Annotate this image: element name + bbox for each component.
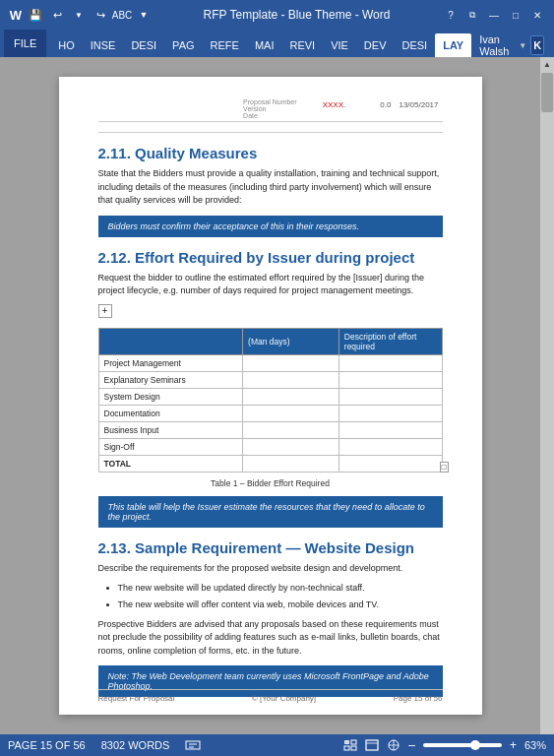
- ribbon-tab-bar: FILE HO INSE DESI PAG REFE MAI REVI VIE …: [0, 30, 554, 57]
- tab-vie[interactable]: VIE: [323, 33, 356, 57]
- maximize-button[interactable]: □: [507, 7, 524, 23]
- row-business-input-desc[interactable]: [339, 421, 442, 438]
- section-213-heading: 2.13. Sample Requirement — Website Desig…: [98, 539, 443, 556]
- minimize-button[interactable]: —: [485, 7, 503, 23]
- col-task: [98, 328, 243, 354]
- bullet-list: The new website will be updated directly…: [118, 581, 443, 612]
- tab-revi[interactable]: REVI: [281, 33, 323, 57]
- page-info-text: PAGE 15 OF 56: [8, 739, 86, 751]
- section-213-body1: Describe the requirements for the propos…: [98, 562, 443, 576]
- title-bar-left: W 💾 ↩ ▼ ↪ ABC ▼: [8, 7, 152, 23]
- svg-rect-3: [344, 740, 349, 744]
- redo-icon[interactable]: ↪: [92, 7, 108, 23]
- row-documentation-days[interactable]: [243, 405, 339, 421]
- row-explanatory: Explanatory Seminars: [98, 371, 243, 388]
- tab-desi2[interactable]: DESI: [394, 33, 435, 57]
- user-avatar: K: [530, 35, 544, 55]
- more-icon[interactable]: ▼: [136, 7, 152, 23]
- row-system-design-days[interactable]: [243, 388, 339, 405]
- app-title: RFP Template - Blue Theme - Word: [204, 8, 391, 22]
- table-row-total: TOTAL: [98, 455, 442, 472]
- version-value: 0.0: [353, 100, 391, 109]
- svg-rect-4: [351, 740, 356, 744]
- table-row: Sign-Off: [98, 438, 442, 455]
- scroll-up-button[interactable]: ▲: [540, 57, 554, 71]
- date-value: 13/05/2017: [399, 100, 438, 109]
- table-expand-button[interactable]: +: [98, 304, 112, 318]
- table-resize-handle[interactable]: □: [440, 462, 449, 472]
- quick-access-toolbar: 💾 ↩ ▼ ↪ ABC ▼: [28, 7, 152, 23]
- page-info: PAGE 15 OF 56: [8, 739, 86, 751]
- tab-mai[interactable]: MAI: [247, 33, 282, 57]
- row-project-mgmt-desc[interactable]: [339, 354, 442, 371]
- row-signoff-desc[interactable]: [339, 438, 442, 455]
- proposal-label: Proposal Number: [243, 98, 298, 105]
- section-212-body: Request the bidder to outline the estima…: [98, 272, 443, 298]
- user-name: Ivan Walsh: [479, 33, 515, 57]
- row-signoff-days[interactable]: [243, 438, 339, 455]
- changes-svg: [185, 738, 201, 752]
- effort-table: (Man days) Description of effort require…: [98, 328, 443, 472]
- title-bar: W 💾 ↩ ▼ ↪ ABC ▼ RFP Template - Blue Them…: [0, 0, 554, 30]
- zoom-plus-button[interactable]: +: [510, 738, 517, 752]
- zoom-thumb[interactable]: [470, 740, 480, 750]
- list-item: The new website will be updated directly…: [118, 581, 443, 595]
- scroll-thumb[interactable]: [541, 73, 553, 112]
- row-project-mgmt-days[interactable]: [243, 354, 339, 371]
- doc-header-table: Proposal Number Version Date XXXX. 0.0 1…: [98, 96, 443, 122]
- section-212-heading: 2.12. Effort Required by Issuer during p…: [98, 249, 443, 266]
- row-documentation-desc[interactable]: [339, 405, 442, 421]
- tab-lay[interactable]: LAY: [435, 33, 471, 57]
- section-212-note: This table will help the Issuer estimate…: [98, 496, 443, 528]
- footer-right: Page 15 of 56: [394, 694, 443, 703]
- restore-button[interactable]: ⧉: [463, 7, 481, 23]
- svg-rect-0: [186, 741, 200, 749]
- row-signoff: Sign-Off: [98, 438, 243, 455]
- save-icon[interactable]: 💾: [28, 7, 43, 23]
- row-total-desc[interactable]: [339, 455, 442, 472]
- table-row: Documentation: [98, 405, 442, 421]
- section-211-body: State that the Bidders must provide a qu…: [98, 167, 443, 208]
- tab-file[interactable]: FILE: [4, 30, 46, 57]
- zoom-minus-button[interactable]: –: [408, 738, 415, 752]
- close-button[interactable]: ✕: [528, 7, 546, 23]
- row-total: TOTAL: [98, 455, 243, 472]
- tab-pag[interactable]: PAG: [164, 33, 202, 57]
- layout-icon[interactable]: [365, 739, 379, 751]
- col-description: Description of effort required: [339, 328, 442, 354]
- row-system-design: System Design: [98, 388, 243, 405]
- svg-rect-6: [351, 746, 356, 750]
- tab-desi[interactable]: DESI: [123, 33, 164, 57]
- svg-rect-7: [366, 740, 378, 750]
- web-view-icon[interactable]: [387, 739, 400, 751]
- zoom-slider[interactable]: [423, 743, 502, 747]
- word-count: 8302 WORDS: [101, 739, 170, 751]
- row-documentation: Documentation: [98, 405, 243, 421]
- word-count-text: 8302 WORDS: [101, 739, 170, 751]
- svg-rect-5: [344, 746, 349, 750]
- tab-refe[interactable]: REFE: [203, 33, 247, 57]
- undo-icon[interactable]: ↩: [49, 7, 65, 23]
- table-caption: Table 1 – Bidder Effort Required: [98, 478, 443, 488]
- row-explanatory-desc[interactable]: [339, 371, 442, 388]
- help-button[interactable]: ?: [442, 7, 460, 23]
- row-total-days[interactable]: [243, 455, 339, 472]
- version-label: Version: [243, 105, 298, 112]
- document-area: Proposal Number Version Date XXXX. 0.0 1…: [0, 57, 554, 734]
- tab-ho[interactable]: HO: [50, 33, 83, 57]
- row-system-design-desc[interactable]: [339, 388, 442, 405]
- row-business-input-days[interactable]: [243, 421, 339, 438]
- tab-dev[interactable]: DEV: [356, 33, 395, 57]
- spelling-icon[interactable]: ABC: [114, 7, 130, 23]
- row-explanatory-days[interactable]: [243, 371, 339, 388]
- word-icon: W: [8, 7, 24, 23]
- view-icons: [343, 739, 357, 751]
- right-scrollbar[interactable]: ▲: [540, 57, 554, 734]
- undo-dropdown-icon[interactable]: ▼: [71, 7, 87, 23]
- section-213-body2: Prospective Bidders are advised that any…: [98, 618, 443, 659]
- user-menu[interactable]: Ivan Walsh ▼ K: [471, 33, 552, 57]
- track-changes-icon[interactable]: [185, 738, 201, 752]
- table-row: Business Input: [98, 421, 442, 438]
- proposal-value: XXXX.: [306, 100, 346, 109]
- tab-inse[interactable]: INSE: [83, 33, 124, 57]
